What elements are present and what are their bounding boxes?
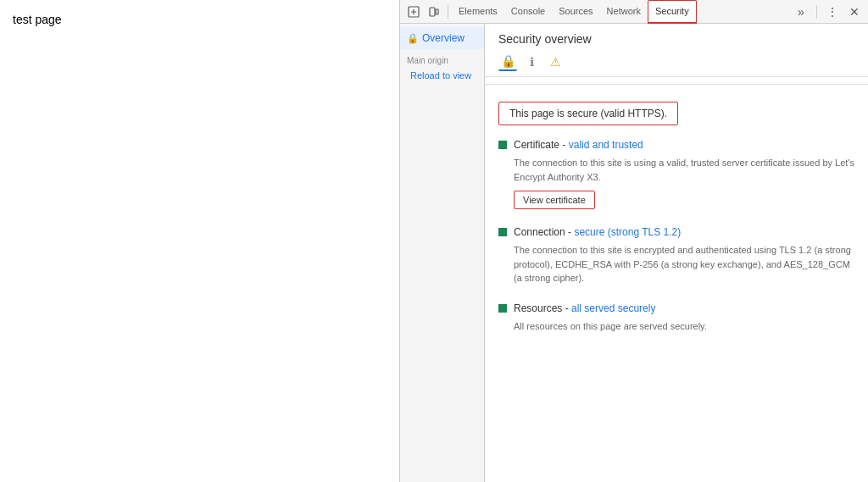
resources-section: Resources - all served securely All reso… (498, 302, 854, 334)
toolbar-more: » ⋮ ✕ (791, 2, 865, 22)
sidebar-overview[interactable]: 🔒 Overview (400, 27, 484, 49)
resources-header: Resources - all served securely (498, 302, 854, 314)
secure-badge: This page is secure (valid HTTPS). (498, 102, 678, 125)
resources-label: Resources (514, 302, 562, 314)
certificate-section: Certificate - valid and trusted The conn… (498, 139, 854, 209)
security-content: This page is secure (valid HTTPS). Certi… (485, 91, 868, 482)
secure-message: This page is secure (valid HTTPS). (509, 108, 667, 119)
connection-label: Connection (514, 226, 565, 238)
inspect-icon[interactable] (403, 2, 424, 22)
connection-description: The connection to this site is encrypted… (514, 243, 854, 285)
certificate-label: Certificate (514, 139, 559, 151)
sidebar-overview-label: Overview (422, 32, 465, 44)
connection-value: secure (strong TLS 1.2) (574, 226, 681, 238)
close-devtools-button[interactable]: ✕ (844, 2, 865, 22)
overflow-icon[interactable]: » (791, 2, 811, 22)
svg-rect-2 (436, 9, 438, 14)
tab-console[interactable]: Console (504, 0, 552, 24)
lock-icon: 🔒 (407, 33, 419, 44)
view-certificate-button[interactable]: View certificate (514, 191, 595, 209)
devtools-sidebar: 🔒 Overview Main origin Reload to view (400, 24, 485, 482)
toolbar-divider-2 (816, 5, 817, 19)
devtools-panel: Elements Console Sources Network Securit… (399, 0, 868, 482)
security-overview-title: Security overview (498, 32, 854, 46)
page-title: test page (13, 13, 62, 26)
tab-network[interactable]: Network (600, 0, 648, 24)
devtools-main: Security overview 🔒 ℹ ⚠ This page is sec… (485, 24, 868, 482)
sidebar-reload-label: Reload to view (410, 70, 471, 80)
certificate-separator: - (559, 139, 569, 151)
certificate-header: Certificate - valid and trusted (498, 139, 854, 151)
security-header: Security overview 🔒 ℹ ⚠ (485, 24, 868, 77)
tab-elements[interactable]: Elements (452, 0, 504, 24)
security-tabs: 🔒 ℹ ⚠ (498, 53, 854, 71)
resources-separator: - (562, 302, 571, 314)
svg-rect-1 (430, 8, 435, 16)
resources-description: All resources on this page are served se… (514, 319, 854, 334)
devtools-toolbar: Elements Console Sources Network Securit… (400, 0, 868, 24)
certificate-description: The connection to this site is using a v… (514, 156, 854, 184)
security-tab-warning[interactable]: ⚠ (546, 53, 565, 71)
connection-title: Connection - secure (strong TLS 1.2) (514, 226, 681, 238)
devtools-body: 🔒 Overview Main origin Reload to view Se… (400, 24, 868, 482)
connection-indicator (498, 228, 507, 236)
device-icon[interactable] (424, 2, 444, 22)
security-tab-secure[interactable]: 🔒 (498, 53, 517, 71)
header-divider (485, 84, 868, 85)
certificate-indicator (498, 141, 507, 149)
security-tab-info[interactable]: ℹ (522, 53, 541, 71)
tab-security[interactable]: Security (648, 0, 697, 24)
resources-indicator (498, 304, 507, 313)
connection-header: Connection - secure (strong TLS 1.2) (498, 226, 854, 238)
more-options-icon[interactable]: ⋮ (822, 2, 843, 22)
toolbar-divider (448, 5, 448, 19)
certificate-value: valid and trusted (569, 139, 643, 151)
connection-separator: - (565, 226, 575, 238)
sidebar-main-origin-label: Main origin (407, 56, 448, 65)
sidebar-reload-link[interactable]: Reload to view (400, 67, 484, 84)
connection-section: Connection - secure (strong TLS 1.2) The… (498, 226, 854, 285)
page-content: test page (0, 0, 403, 482)
certificate-title: Certificate - valid and trusted (514, 139, 643, 151)
resources-value: all served securely (571, 302, 655, 314)
tab-sources[interactable]: Sources (552, 0, 599, 24)
sidebar-section-main-origin: Main origin (400, 49, 484, 67)
resources-title: Resources - all served securely (514, 302, 655, 314)
